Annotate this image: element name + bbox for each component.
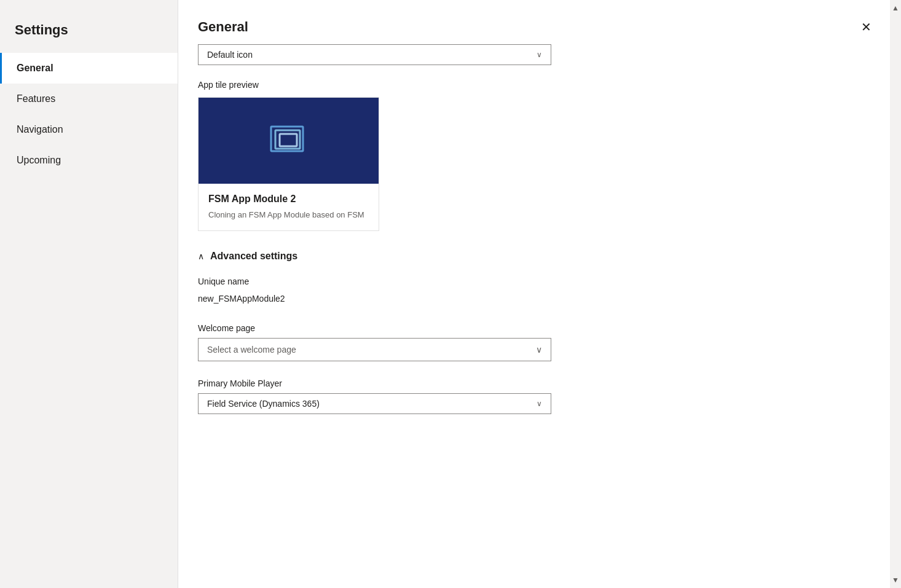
page-title: General <box>198 19 248 35</box>
main-content: General ✕ Default icon ∨ App tile previe… <box>178 0 901 588</box>
app-title: Settings <box>0 12 178 53</box>
icon-dropdown-chevron: ∨ <box>537 50 542 59</box>
unique-name-section: Unique name new_FSMAppModule2 <box>198 276 876 306</box>
sidebar-item-navigation[interactable]: Navigation <box>0 114 178 145</box>
app-tile-description: Cloning an FSM App Module based on FSM <box>208 210 369 221</box>
primary-mobile-section: Primary Mobile Player Field Service (Dyn… <box>198 378 876 414</box>
unique-name-label: Unique name <box>198 276 876 286</box>
app-tile-preview-section: App tile preview <box>198 80 876 231</box>
welcome-page-label: Welcome page <box>198 323 876 333</box>
sidebar-nav: General Features Navigation Upcoming <box>0 53 178 176</box>
close-button[interactable]: ✕ <box>856 17 876 37</box>
advanced-settings-section: ∧ Advanced settings Unique name new_FSMA… <box>198 251 876 414</box>
sidebar-item-upcoming[interactable]: Upcoming <box>0 145 178 176</box>
icon-dropdown-value: Default icon <box>207 50 253 60</box>
app-tile-name: FSM App Module 2 <box>208 194 369 205</box>
scroll-down-arrow[interactable]: ▼ <box>890 574 901 586</box>
app-tile-icon <box>267 119 310 162</box>
sidebar-item-features[interactable]: Features <box>0 84 178 114</box>
sidebar: Settings General Features Navigation Upc… <box>0 0 178 588</box>
main-header: General ✕ <box>178 0 901 44</box>
welcome-page-section: Welcome page Select a welcome page ∨ <box>198 323 876 361</box>
app-tile-preview-label: App tile preview <box>198 80 876 90</box>
primary-mobile-label: Primary Mobile Player <box>198 378 876 388</box>
primary-mobile-dropdown[interactable]: Field Service (Dynamics 365) ∨ <box>198 393 551 414</box>
app-tile-body: FSM App Module 2 Cloning an FSM App Modu… <box>199 184 379 230</box>
advanced-chevron-up-icon: ∧ <box>198 251 204 261</box>
welcome-page-dropdown[interactable]: Select a welcome page ∨ <box>198 338 551 361</box>
advanced-settings-header[interactable]: ∧ Advanced settings <box>198 251 876 262</box>
app-tile-card: FSM App Module 2 Cloning an FSM App Modu… <box>198 97 379 231</box>
svg-rect-2 <box>280 134 297 146</box>
icon-dropdown-section: Default icon ∨ <box>198 44 876 65</box>
scroll-arrows: ▲ ▼ <box>890 0 901 588</box>
welcome-page-chevron-icon: ∨ <box>536 345 542 355</box>
close-icon: ✕ <box>861 20 871 34</box>
icon-dropdown[interactable]: Default icon ∨ <box>198 44 551 65</box>
app-tile-header <box>199 98 379 184</box>
primary-mobile-value: Field Service (Dynamics 365) <box>207 399 320 409</box>
sidebar-item-general[interactable]: General <box>0 53 178 84</box>
scrollable-area[interactable]: Default icon ∨ App tile preview <box>178 44 901 588</box>
primary-mobile-chevron-icon: ∨ <box>537 399 542 408</box>
welcome-page-placeholder: Select a welcome page <box>207 345 296 355</box>
app-container: Settings General Features Navigation Upc… <box>0 0 901 588</box>
unique-name-value: new_FSMAppModule2 <box>198 291 876 306</box>
scroll-up-arrow[interactable]: ▲ <box>890 2 901 14</box>
advanced-settings-label: Advanced settings <box>210 251 297 262</box>
